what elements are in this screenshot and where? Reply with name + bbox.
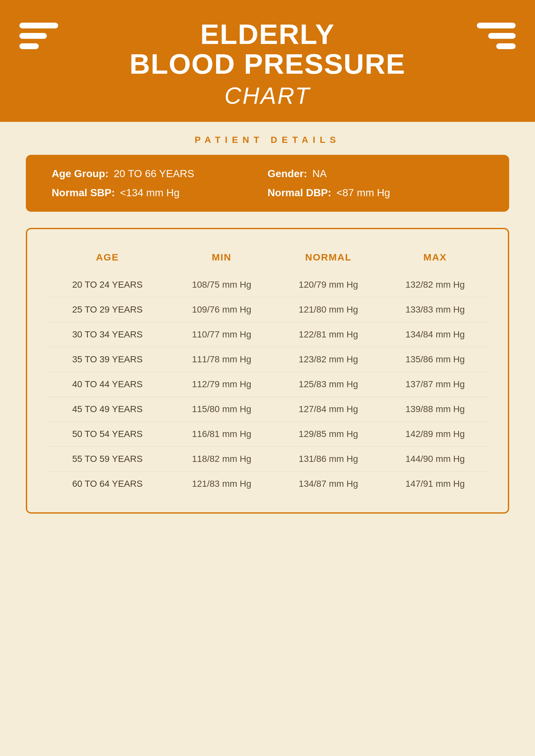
gender-item: Gender: NA — [268, 168, 483, 180]
normal-sbp-item: Normal SBP: <134 mm Hg — [52, 187, 268, 199]
cell-max-0: 132/82 mm Hg — [382, 273, 489, 297]
cell-age-6: 50 TO 54 YEARS — [46, 422, 168, 446]
normal-dbp-item: Normal DBP: <87 mm Hg — [268, 187, 483, 199]
header-section: ELDERLY BLOOD PRESSURE CHART — [0, 0, 535, 122]
cell-min-6: 116/81 mm Hg — [168, 422, 275, 446]
gender-value: NA — [312, 168, 326, 180]
title-line1: ELDERLY — [26, 19, 509, 49]
cell-min-3: 111/78 mm Hg — [168, 347, 275, 372]
patient-details-box: Age Group: 20 TO 66 YEARS Gender: NA Nor… — [26, 155, 509, 212]
table-row: 25 TO 29 YEARS109/76 mm Hg121/80 mm Hg13… — [46, 297, 489, 322]
cell-normal-4: 125/83 mm Hg — [275, 372, 381, 396]
cell-min-7: 118/82 mm Hg — [168, 446, 275, 471]
cell-max-6: 142/89 mm Hg — [382, 422, 489, 446]
cell-max-4: 137/87 mm Hg — [382, 372, 489, 396]
bp-table: AGE MIN NORMAL MAX 20 TO 24 YEARS108/75 … — [46, 245, 489, 496]
cell-normal-5: 127/84 mm Hg — [275, 396, 381, 422]
col-normal-header: NORMAL — [275, 245, 381, 273]
cell-age-3: 35 TO 39 YEARS — [46, 347, 168, 372]
main-content: PATIENT DETAILS Age Group: 20 TO 66 YEAR… — [0, 122, 535, 756]
deco-bar-4 — [477, 23, 516, 28]
patient-details-row-1: Age Group: 20 TO 66 YEARS Gender: NA — [52, 168, 483, 180]
cell-normal-2: 122/81 mm Hg — [275, 322, 381, 347]
cell-min-4: 112/79 mm Hg — [168, 372, 275, 396]
cell-min-8: 121/83 mm Hg — [168, 471, 275, 496]
cell-age-8: 60 TO 64 YEARS — [46, 471, 168, 496]
col-age-header: AGE — [46, 245, 168, 273]
normal-sbp-value: <134 mm Hg — [120, 187, 180, 199]
cell-age-4: 40 TO 44 YEARS — [46, 372, 168, 396]
patient-details-header: PATIENT DETAILS — [26, 122, 509, 155]
deco-bar-3 — [19, 43, 39, 49]
cell-min-0: 108/75 mm Hg — [168, 273, 275, 297]
normal-dbp-value: <87 mm Hg — [336, 187, 390, 199]
age-group-label: Age Group: — [52, 168, 109, 180]
cell-max-7: 144/90 mm Hg — [382, 446, 489, 471]
table-row: 45 TO 49 YEARS115/80 mm Hg127/84 mm Hg13… — [46, 396, 489, 422]
gender-label: Gender: — [268, 168, 307, 180]
table-row: 20 TO 24 YEARS108/75 mm Hg120/79 mm Hg13… — [46, 273, 489, 297]
deco-right — [477, 23, 516, 49]
normal-sbp-label: Normal SBP: — [52, 187, 115, 199]
cell-max-1: 133/83 mm Hg — [382, 297, 489, 322]
normal-dbp-label: Normal DBP: — [268, 187, 331, 199]
col-max-header: MAX — [382, 245, 489, 273]
table-row: 30 TO 34 YEARS110/77 mm Hg122/81 mm Hg13… — [46, 322, 489, 347]
table-row: 55 TO 59 YEARS118/82 mm Hg131/86 mm Hg14… — [46, 446, 489, 471]
cell-age-0: 20 TO 24 YEARS — [46, 273, 168, 297]
table-row: 40 TO 44 YEARS112/79 mm Hg125/83 mm Hg13… — [46, 372, 489, 396]
table-row: 35 TO 39 YEARS111/78 mm Hg123/82 mm Hg13… — [46, 347, 489, 372]
cell-normal-6: 129/85 mm Hg — [275, 422, 381, 446]
table-body: 20 TO 24 YEARS108/75 mm Hg120/79 mm Hg13… — [46, 273, 489, 496]
deco-bar-2 — [19, 33, 47, 39]
deco-left — [19, 23, 58, 49]
col-min-header: MIN — [168, 245, 275, 273]
cell-normal-3: 123/82 mm Hg — [275, 347, 381, 372]
table-container: AGE MIN NORMAL MAX 20 TO 24 YEARS108/75 … — [26, 228, 509, 513]
cell-age-5: 45 TO 49 YEARS — [46, 396, 168, 422]
cell-min-5: 115/80 mm Hg — [168, 396, 275, 422]
cell-age-7: 55 TO 59 YEARS — [46, 446, 168, 471]
patient-details-row-2: Normal SBP: <134 mm Hg Normal DBP: <87 m… — [52, 187, 483, 199]
deco-bar-6 — [496, 43, 516, 49]
cell-age-1: 25 TO 29 YEARS — [46, 297, 168, 322]
cell-max-8: 147/91 mm Hg — [382, 471, 489, 496]
age-group-item: Age Group: 20 TO 66 YEARS — [52, 168, 268, 180]
deco-bar-5 — [488, 33, 516, 39]
cell-min-1: 109/76 mm Hg — [168, 297, 275, 322]
age-group-value: 20 TO 66 YEARS — [114, 168, 194, 180]
title-line2: BLOOD PRESSURE — [26, 49, 509, 79]
title-line3: CHART — [26, 82, 509, 109]
cell-normal-8: 134/87 mm Hg — [275, 471, 381, 496]
cell-max-2: 134/84 mm Hg — [382, 322, 489, 347]
cell-age-2: 30 TO 34 YEARS — [46, 322, 168, 347]
cell-normal-0: 120/79 mm Hg — [275, 273, 381, 297]
cell-min-2: 110/77 mm Hg — [168, 322, 275, 347]
deco-bar-1 — [19, 23, 58, 28]
cell-normal-7: 131/86 mm Hg — [275, 446, 381, 471]
table-header-row: AGE MIN NORMAL MAX — [46, 245, 489, 273]
cell-normal-1: 121/80 mm Hg — [275, 297, 381, 322]
table-row: 50 TO 54 YEARS116/81 mm Hg129/85 mm Hg14… — [46, 422, 489, 446]
cell-max-5: 139/88 mm Hg — [382, 396, 489, 422]
cell-max-3: 135/86 mm Hg — [382, 347, 489, 372]
table-row: 60 TO 64 YEARS121/83 mm Hg134/87 mm Hg14… — [46, 471, 489, 496]
